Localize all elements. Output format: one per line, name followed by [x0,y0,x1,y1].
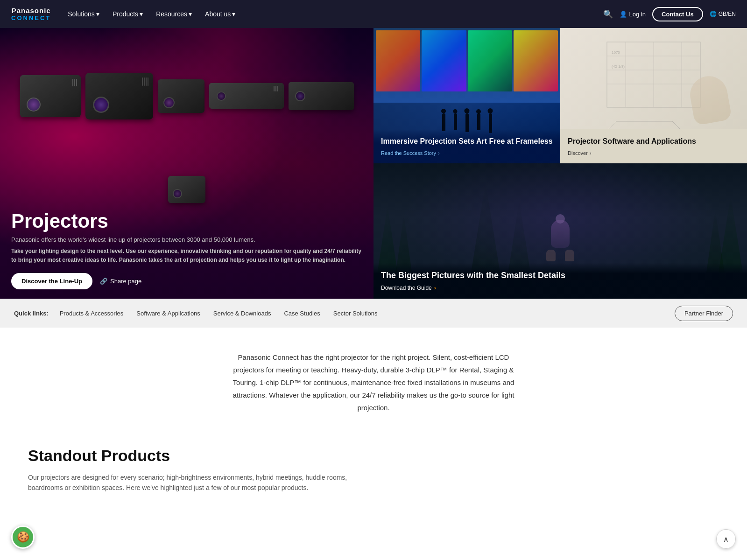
body-content: Panasonic Connect has the right projecto… [0,328,747,507]
projector-medium-1 [158,79,204,113]
hero-right-panels: Immersive Projection Sets Art Free at Fr… [374,28,747,299]
quicklink-software[interactable]: Software & Applications [136,310,200,317]
quicklink-sector[interactable]: Sector Solutions [333,310,378,317]
chevron-down-icon: ▾ [140,10,143,18]
standout-section: Standout Products Our projectors are des… [0,433,747,507]
share-page-button[interactable]: 🔗 Share page [100,278,141,285]
chevron-right-icon: › [438,150,440,156]
software-title: Projector Software and Applications [568,137,740,147]
hero-main-content: Projectors Panasonic offers the world's … [11,210,362,289]
software-link[interactable]: Discover › [568,150,740,156]
chevron-down-icon: ▾ [96,10,99,18]
arrow-right-icon: › [434,285,436,291]
projector-small-1 [168,176,205,203]
chevron-right-icon: › [590,150,592,156]
svg-text:1070: 1070 [612,50,620,55]
nav-products[interactable]: Products ▾ [113,10,143,18]
quicklink-service[interactable]: Service & Downloads [213,310,271,317]
forest-panel-title: The Biggest Pictures with the Smallest D… [381,270,740,281]
hero-title: Projectors [11,210,362,232]
globe-icon: 🌐 [710,11,717,17]
hero-section: Projectors Panasonic offers the world's … [0,28,747,299]
hero-main-panel: Projectors Panasonic offers the world's … [0,28,374,299]
quicklink-products[interactable]: Products & Accessories [60,310,124,317]
projector-flat-2 [289,82,354,110]
nav-resources[interactable]: Resources ▾ [156,10,192,18]
standout-description: Our projectors are designed for every sc… [28,472,355,493]
art-gallery-title: Immersive Projection Sets Art Free at Fr… [381,137,553,147]
partner-finder-button[interactable]: Partner Finder [675,306,733,321]
standout-title: Standout Products [28,447,719,465]
intro-text: Panasonic Connect has the right projecto… [224,351,523,414]
forest-panel: The Biggest Pictures with the Smallest D… [374,163,747,299]
intro-section: Panasonic Connect has the right projecto… [215,328,532,433]
discover-lineup-button[interactable]: Discover the Line-Up [11,273,92,289]
nav-about[interactable]: About us ▾ [205,10,235,18]
art-gallery-panel: Immersive Projection Sets Art Free at Fr… [374,28,560,163]
svg-text:(42-1/8): (42-1/8) [612,64,625,69]
user-icon: 👤 [620,11,627,18]
main-navigation: Panasonic CONNECT Solutions ▾ Products ▾… [0,0,747,28]
link-icon: 🔗 [100,278,107,285]
login-button[interactable]: 👤 Log in [620,11,646,18]
chevron-down-icon: ▾ [189,10,192,18]
hero-description: Take your lighting design to the next le… [11,247,362,265]
quicklink-case-studies[interactable]: Case Studies [284,310,320,317]
locale-selector[interactable]: 🌐 GB/EN [710,11,736,17]
logo[interactable]: Panasonic CONNECT [11,7,51,21]
hero-subtitle: Panasonic offers the world's widest line… [11,236,362,243]
contact-button[interactable]: Contact Us [652,7,703,21]
projector-large-1 [20,75,81,117]
projector-large-2 [85,73,153,119]
search-button[interactable]: 🔍 [603,9,613,19]
projector-flat-1 [209,83,284,109]
art-gallery-link[interactable]: Read the Success Story › [381,150,553,156]
chevron-down-icon: ▾ [232,10,235,18]
logo-brand: Panasonic [12,7,51,14]
projector-group [0,37,374,238]
nav-solutions[interactable]: Solutions ▾ [68,10,99,18]
logo-sub: CONNECT [11,14,51,21]
hero-right-top: Immersive Projection Sets Art Free at Fr… [374,28,747,163]
quick-links-label: Quick links: [14,310,49,317]
forest-panel-link[interactable]: Download the Guide › [381,285,740,291]
software-panel: 1070 (42-1/8) Projector Software and App… [560,28,747,163]
quick-links-bar: Quick links: Products & Accessories Soft… [0,299,747,328]
